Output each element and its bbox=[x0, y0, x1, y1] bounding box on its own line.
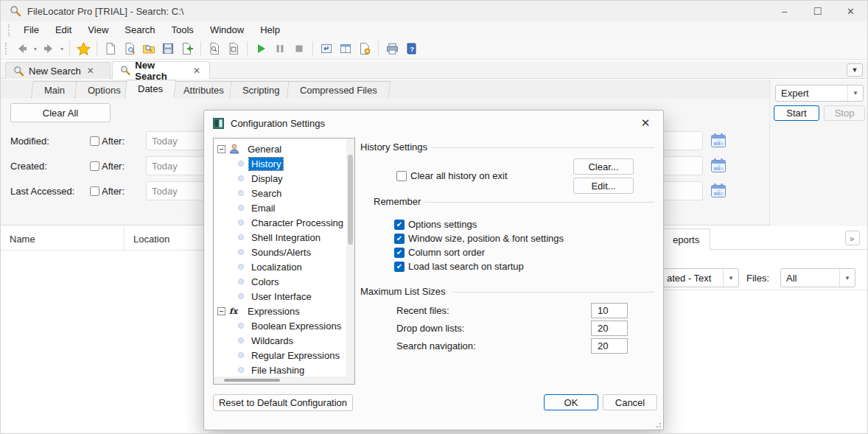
tree-item-user-interface[interactable]: User Interface bbox=[214, 289, 347, 304]
calendar-icon[interactable] bbox=[710, 158, 727, 173]
collapse-icon[interactable] bbox=[217, 307, 225, 315]
menu-view[interactable]: View bbox=[80, 21, 116, 38]
resize-grip[interactable] bbox=[655, 421, 661, 427]
tab-attributes[interactable]: Attributes bbox=[170, 81, 237, 99]
tree-item-history[interactable]: History bbox=[214, 156, 347, 171]
collapse-icon[interactable] bbox=[217, 145, 225, 153]
report-format-select[interactable]: ated - Text ▼ bbox=[661, 268, 739, 287]
remember-load-row[interactable]: ✔ Load last search on startup bbox=[394, 261, 524, 272]
tree-item-display[interactable]: Display bbox=[214, 171, 347, 186]
pause-search-icon[interactable] bbox=[270, 40, 290, 57]
window-settings-checkbox[interactable]: ✔ bbox=[394, 234, 405, 244]
back-dropdown-icon[interactable]: ▾ bbox=[32, 46, 39, 52]
tree-item-regular-expressions[interactable]: Regular Expressions bbox=[214, 348, 347, 363]
search-mode-select[interactable]: Expert ▼ bbox=[775, 85, 864, 102]
column-header-name[interactable]: Name bbox=[1, 228, 125, 250]
stop-search-icon[interactable] bbox=[290, 40, 309, 57]
favorites-icon[interactable] bbox=[74, 40, 93, 57]
menu-tools[interactable]: Tools bbox=[164, 21, 202, 38]
cancel-button[interactable]: Cancel bbox=[603, 394, 657, 410]
back-icon[interactable] bbox=[13, 40, 32, 57]
tree-item-search[interactable]: Search bbox=[214, 186, 347, 200]
save-icon[interactable] bbox=[158, 40, 178, 57]
forward-icon[interactable] bbox=[39, 40, 58, 57]
reset-default-button[interactable]: Reset to Default Configuration bbox=[213, 394, 353, 411]
menu-file[interactable]: File bbox=[15, 21, 47, 38]
menu-window[interactable]: Window bbox=[202, 21, 252, 38]
tab-main[interactable]: Main bbox=[31, 81, 79, 99]
modified-after-checkbox[interactable] bbox=[90, 136, 99, 146]
edit-button[interactable]: Edit... bbox=[573, 178, 634, 194]
chevron-down-icon[interactable]: ▼ bbox=[723, 269, 738, 287]
tree-item-email[interactable]: Email bbox=[214, 200, 347, 215]
load-last-search-checkbox[interactable]: ✔ bbox=[394, 262, 405, 272]
help-icon[interactable]: ? bbox=[402, 40, 421, 57]
open-folder-icon[interactable] bbox=[139, 40, 158, 57]
start-button[interactable]: Start bbox=[774, 105, 819, 121]
menu-search[interactable]: Search bbox=[116, 21, 163, 38]
tree-vertical-scrollbar[interactable] bbox=[346, 139, 354, 378]
tab-scripting[interactable]: Scripting bbox=[229, 81, 293, 99]
doc-tab-new-search-1[interactable]: New Search ✕ bbox=[5, 62, 111, 79]
chevron-down-icon[interactable]: ▼ bbox=[839, 269, 855, 287]
last-accessed-after-checkbox[interactable] bbox=[90, 186, 99, 196]
ok-button[interactable]: OK bbox=[544, 394, 598, 410]
tree-item-wildcards[interactable]: Wildcards bbox=[214, 333, 347, 348]
chevron-down-icon[interactable]: ▼ bbox=[847, 85, 863, 101]
clear-history-on-exit-row[interactable]: Clear all history on exit bbox=[396, 170, 508, 181]
maximize-button[interactable]: ☐ bbox=[801, 1, 834, 21]
menu-help[interactable]: Help bbox=[252, 21, 288, 38]
tab-close-icon[interactable]: ✕ bbox=[85, 66, 96, 76]
print-icon[interactable] bbox=[382, 40, 402, 57]
created-after-checkbox[interactable] bbox=[90, 161, 99, 171]
remember-window-row[interactable]: ✔ Window size, position & font settings bbox=[394, 233, 564, 244]
new-document-icon[interactable] bbox=[101, 40, 120, 57]
reports-pane: eports ▹ ated - Text ▼ Files: All ▼ bbox=[659, 226, 868, 434]
dialog-close-icon[interactable]: ✕ bbox=[635, 115, 656, 131]
tree-item-character-processing[interactable]: Character Processing bbox=[214, 215, 347, 230]
stop-button[interactable]: Stop bbox=[824, 105, 865, 121]
start-search-icon[interactable] bbox=[251, 40, 270, 57]
remember-column-row[interactable]: ✔ Column sort order bbox=[394, 247, 485, 258]
files-select[interactable]: All ▼ bbox=[780, 268, 855, 287]
close-button[interactable]: ✕ bbox=[834, 1, 867, 21]
column-sort-checkbox[interactable]: ✔ bbox=[394, 248, 405, 258]
options-settings-checkbox[interactable]: ✔ bbox=[394, 220, 405, 230]
tab-overflow-dropdown-icon[interactable]: ▼ bbox=[847, 63, 863, 77]
search-navigation-input[interactable] bbox=[591, 338, 628, 354]
clear-history-checkbox[interactable] bbox=[396, 171, 407, 181]
tab-compressed-files[interactable]: Compressed Files bbox=[287, 81, 391, 99]
forward-dropdown-icon[interactable]: ▾ bbox=[58, 46, 66, 52]
document-view-icon[interactable] bbox=[224, 40, 243, 57]
tree-item-shell-integration[interactable]: Shell Integration bbox=[214, 230, 347, 245]
script-settings-icon[interactable] bbox=[355, 40, 374, 57]
report-view-icon[interactable] bbox=[205, 40, 224, 57]
tree-item-general[interactable]: General bbox=[214, 141, 347, 156]
export-icon[interactable] bbox=[178, 40, 197, 57]
remember-options-row[interactable]: ✔ Options settings bbox=[394, 219, 477, 230]
tree-horizontal-scrollbar[interactable] bbox=[214, 377, 355, 384]
modified-after-label: After: bbox=[102, 136, 125, 147]
expand-pane-icon[interactable]: ▹ bbox=[845, 231, 860, 245]
tree-item-boolean-expressions[interactable]: Boolean Expressions bbox=[214, 318, 347, 333]
recent-files-input[interactable] bbox=[591, 303, 628, 318]
tree-item-colors[interactable]: Colors bbox=[214, 274, 347, 289]
clear-button[interactable]: Clear... bbox=[573, 158, 634, 175]
doc-tab-new-search-2[interactable]: New Search ✕ bbox=[112, 61, 210, 79]
calendar-icon[interactable] bbox=[710, 183, 727, 198]
tab-reports[interactable]: eports bbox=[662, 228, 710, 250]
drop-down-lists-input[interactable] bbox=[591, 321, 628, 336]
minimize-button[interactable]: – bbox=[768, 1, 801, 21]
tree-item-expressions[interactable]: fx Expressions bbox=[214, 304, 347, 318]
window-layout-icon[interactable] bbox=[336, 40, 355, 57]
tab-dates[interactable]: Dates bbox=[125, 80, 177, 99]
tree-item-file-hashing[interactable]: File Hashing bbox=[214, 363, 347, 377]
tab-close-icon[interactable]: ✕ bbox=[192, 66, 202, 76]
send-to-icon[interactable] bbox=[317, 40, 336, 57]
menu-edit[interactable]: Edit bbox=[47, 21, 80, 38]
copy-search-icon[interactable] bbox=[120, 40, 139, 57]
clear-all-button[interactable]: Clear All bbox=[10, 103, 111, 122]
calendar-icon[interactable] bbox=[710, 133, 727, 148]
tree-item-sounds-alerts[interactable]: Sounds/Alerts bbox=[214, 245, 347, 259]
tree-item-localization[interactable]: Localization bbox=[214, 259, 347, 274]
